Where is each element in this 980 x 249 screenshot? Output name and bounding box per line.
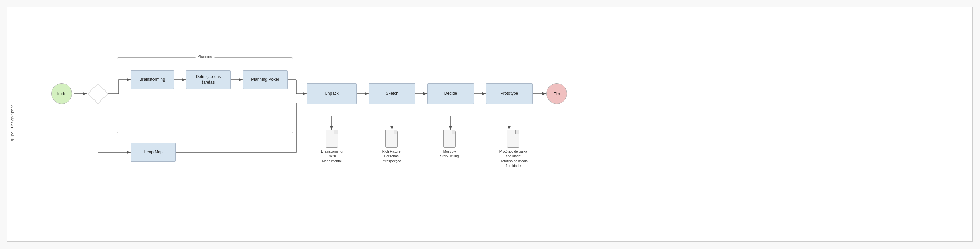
planning-poker-node: Planning Poker <box>243 70 288 89</box>
unpack-doc-wave <box>326 145 338 148</box>
unpack-label: Unpack <box>325 91 339 96</box>
planning-poker-label: Planning Poker <box>251 77 279 83</box>
prototype-node: Prototype <box>486 83 533 104</box>
prototype-doc-wave <box>507 145 520 148</box>
unpack-doc-text: Brainstorming5w2hMapa mental <box>321 149 342 164</box>
prototype-doc: Protótipo de baixafidelidadeProtótipo de… <box>499 130 528 169</box>
decide-doc: MoscowStory Telling <box>440 130 459 159</box>
prototype-doc-text: Protótipo de baixafidelidadeProtótipo de… <box>499 149 528 169</box>
heap-map-label: Heap Map <box>143 150 162 155</box>
lane-sub-label: Equipe <box>10 132 14 143</box>
brainstorming-label: Brainstorming <box>139 77 165 83</box>
decide-doc-text: MoscowStory Telling <box>440 149 459 159</box>
decision-node <box>88 83 108 104</box>
definicao-label: Definição das tarefas <box>190 74 227 85</box>
unpack-doc-icon <box>326 130 338 145</box>
start-node: Início <box>51 83 72 104</box>
main-content: Início Planning Brainstorming Definição … <box>17 7 972 241</box>
sketch-label: Sketch <box>386 91 398 96</box>
diamond-inner <box>88 83 108 104</box>
sketch-node: Sketch <box>369 83 415 104</box>
decide-doc-icon <box>443 130 456 145</box>
planning-box: Planning <box>117 57 293 133</box>
sketch-doc-text: Rich PicturePersonasIntrospecção <box>382 149 401 164</box>
unpack-node: Unpack <box>307 83 357 104</box>
unpack-doc: Brainstorming5w2hMapa mental <box>321 130 342 164</box>
swim-lane-label: Design Sprint Equipe <box>7 7 17 241</box>
prototype-doc-icon <box>507 130 520 145</box>
sketch-doc-icon <box>385 130 398 145</box>
brainstorming-node: Brainstorming <box>131 70 174 89</box>
planning-label: Planning <box>196 54 215 58</box>
definicao-node: Definição das tarefas <box>186 70 231 89</box>
end-label: Fim <box>554 91 560 96</box>
heap-map-node: Heap Map <box>131 143 176 162</box>
decide-label: Decide <box>444 91 457 96</box>
sketch-doc: Rich PicturePersonasIntrospecção <box>382 130 401 164</box>
end-node: Fim <box>546 83 567 104</box>
diagram-container: Design Sprint Equipe <box>7 7 973 242</box>
decide-doc-wave <box>443 145 456 148</box>
prototype-label: Prototype <box>501 91 518 96</box>
lane-main-label: Design Sprint <box>10 105 14 128</box>
start-label: Início <box>57 91 66 96</box>
sketch-doc-wave <box>385 145 398 148</box>
decide-node: Decide <box>427 83 474 104</box>
